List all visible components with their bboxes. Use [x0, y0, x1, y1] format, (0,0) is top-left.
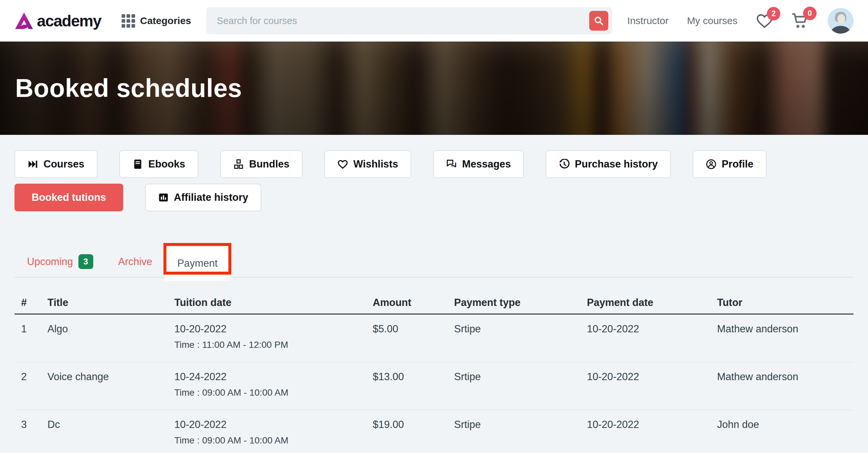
tab-label: Archive — [118, 256, 152, 268]
logo-text: academy — [37, 12, 101, 30]
cell-payment-type: Srtipe — [454, 323, 587, 335]
wishlist-count-badge: 2 — [767, 7, 780, 21]
categories-label: Categories — [140, 15, 191, 26]
cell-num: 1 — [21, 323, 48, 335]
navbar-links: Instructor My courses 2 0 — [627, 8, 854, 34]
person-circle-icon — [706, 159, 716, 170]
skip-forward-icon — [28, 159, 38, 170]
cell-tuition-date: 10-20-2022 Time : 11:00 AM - 12:00 PM — [174, 323, 373, 350]
booked-tutions-button[interactable]: Booked tutions — [14, 184, 123, 211]
instructor-link[interactable]: Instructor — [627, 15, 669, 26]
heart-icon — [337, 159, 348, 170]
tuition-time: Time : 09:00 AM - 10:00 AM — [174, 387, 373, 398]
messages-button[interactable]: Messages — [433, 150, 524, 178]
affiliate-history-button[interactable]: Affiliate history — [145, 184, 262, 211]
tab-archive[interactable]: Archive — [106, 246, 165, 277]
cell-payment-type: Srtipe — [454, 371, 587, 383]
table-row: 2 Voice change 10-24-2022 Time : 09:00 A… — [14, 362, 854, 410]
purchase-history-button[interactable]: Purchase history — [546, 150, 671, 178]
table-row: 3 Dc 10-20-2022 Time : 09:00 AM - 10:00 … — [14, 410, 854, 453]
cell-payment-date: 10-20-2022 — [587, 371, 717, 383]
categories-button[interactable]: Categories — [122, 14, 191, 28]
profile-button[interactable]: Profile — [693, 150, 767, 178]
book-icon — [132, 159, 143, 170]
search-input[interactable] — [206, 7, 612, 34]
tuition-date: 10-24-2022 — [174, 371, 373, 383]
menu-label: Courses — [43, 158, 84, 170]
user-avatar[interactable] — [828, 8, 854, 34]
menu-label: Affiliate history — [174, 191, 248, 204]
cell-payment-type: Srtipe — [454, 419, 587, 430]
cell-num: 2 — [21, 371, 48, 383]
cell-amount: $5.00 — [373, 323, 454, 335]
cell-tuition-date: 10-20-2022 Time : 09:00 AM - 10:00 AM — [174, 419, 373, 446]
tab-label: Upcoming — [27, 256, 73, 268]
tuition-time: Time : 11:00 AM - 12:00 PM — [174, 340, 373, 350]
ebooks-button[interactable]: Ebooks — [119, 150, 198, 178]
courses-button[interactable]: Courses — [14, 150, 97, 178]
tuition-time: Time : 09:00 AM - 10:00 AM — [174, 435, 373, 446]
upcoming-count-badge: 3 — [79, 254, 93, 269]
cell-title: Voice change — [48, 371, 174, 383]
column-header-payment-date: Payment date — [587, 297, 717, 309]
cell-num: 3 — [21, 419, 48, 430]
menu-label: Messages — [462, 158, 511, 170]
tab-upcoming[interactable]: Upcoming 3 — [14, 246, 106, 277]
cell-tutor: Mathew anderson — [717, 371, 854, 383]
search-bar — [206, 7, 612, 34]
column-header-tuition-date: Tuition date — [174, 297, 373, 309]
boxes-icon — [233, 159, 244, 170]
page-title: Booked schedules — [0, 41, 868, 135]
column-header-title: Title — [48, 297, 174, 309]
bar-chart-icon — [158, 192, 169, 203]
menu-label: Wishlists — [353, 158, 398, 170]
tab-payment[interactable]: Payment — [165, 246, 230, 280]
chat-icon — [446, 159, 457, 170]
column-header-amount: Amount — [373, 297, 454, 309]
payments-table: # Title Tuition date Amount Payment type… — [14, 292, 854, 453]
table-header-row: # Title Tuition date Amount Payment type… — [14, 292, 854, 314]
wishlist-button[interactable]: 2 — [756, 13, 773, 29]
menu-label: Booked tutions — [32, 191, 106, 204]
history-icon — [559, 159, 569, 170]
categories-grid-icon — [122, 14, 135, 28]
avatar-image — [828, 8, 854, 34]
cell-amount: $19.00 — [373, 419, 454, 430]
account-menu: Courses Ebooks Bundles — [14, 150, 854, 211]
column-header-payment-type: Payment type — [454, 297, 587, 309]
my-courses-link[interactable]: My courses — [687, 15, 738, 26]
cart-count-badge: 0 — [803, 7, 816, 20]
cell-tuition-date: 10-24-2022 Time : 09:00 AM - 10:00 AM — [174, 371, 373, 398]
menu-label: Bundles — [249, 158, 289, 170]
cell-payment-date: 10-20-2022 — [587, 323, 717, 335]
table-row: 1 Algo 10-20-2022 Time : 11:00 AM - 12:0… — [14, 314, 854, 362]
wishlists-button[interactable]: Wishlists — [324, 150, 411, 178]
cell-tutor: John doe — [717, 419, 854, 430]
hero-banner: Booked schedules — [0, 41, 868, 135]
logo-icon — [14, 12, 34, 30]
top-navbar: academy Categories Instructor My courses… — [0, 0, 868, 41]
tuition-date: 10-20-2022 — [174, 419, 373, 430]
cell-title: Algo — [48, 323, 174, 335]
cell-tutor: Mathew anderson — [717, 323, 854, 335]
menu-label: Purchase history — [575, 158, 658, 170]
schedule-tabs: Upcoming 3 Archive Payment — [14, 246, 854, 278]
menu-row-2: Booked tutions Affiliate history — [14, 184, 854, 211]
tuition-date: 10-20-2022 — [174, 323, 373, 335]
column-header-num: # — [21, 297, 48, 309]
cart-button[interactable]: 0 — [792, 12, 809, 29]
menu-label: Profile — [722, 158, 753, 170]
main-content: Courses Ebooks Bundles — [0, 150, 868, 453]
column-header-tutor: Tutor — [717, 297, 854, 309]
tab-label: Payment — [177, 258, 217, 269]
search-button[interactable] — [589, 11, 608, 31]
cell-payment-date: 10-20-2022 — [587, 419, 717, 430]
bundles-button[interactable]: Bundles — [220, 150, 303, 178]
cell-title: Dc — [48, 419, 174, 430]
logo[interactable]: academy — [14, 12, 101, 30]
menu-row-1: Courses Ebooks Bundles — [14, 150, 854, 178]
menu-label: Ebooks — [148, 158, 185, 170]
cell-amount: $13.00 — [373, 371, 454, 383]
search-icon — [594, 16, 604, 26]
